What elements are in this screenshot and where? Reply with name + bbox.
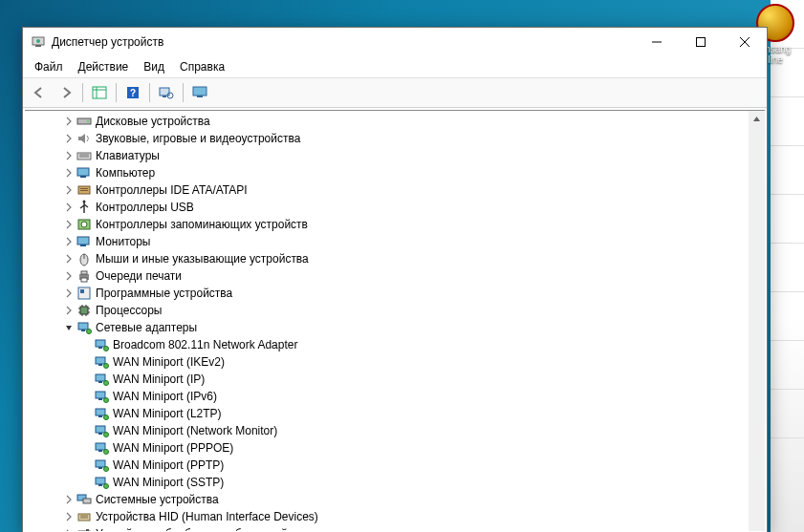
network-icon bbox=[94, 406, 109, 421]
tree-item[interactable]: WAN Miniport (Network Monitor) bbox=[25, 422, 765, 439]
tree-item-label: Мониторы bbox=[96, 235, 150, 248]
tree-item[interactable]: Очереди печати bbox=[25, 267, 765, 285]
tree-item[interactable]: WAN Miniport (IP) bbox=[25, 371, 765, 388]
expand-icon[interactable] bbox=[61, 117, 76, 126]
svg-rect-64 bbox=[98, 415, 102, 417]
tree-item[interactable]: Контроллеры IDE ATA/ATAPI bbox=[25, 181, 765, 199]
tree-item[interactable]: WAN Miniport (IKEv2) bbox=[25, 353, 765, 371]
monitor-button[interactable] bbox=[187, 80, 212, 105]
disk-icon bbox=[76, 114, 92, 129]
svg-rect-38 bbox=[80, 289, 84, 293]
svg-point-2 bbox=[36, 39, 40, 43]
tree-item[interactable]: Звуковые, игровые и видеоустройства bbox=[25, 130, 765, 147]
expand-icon[interactable] bbox=[61, 271, 76, 281]
menu-action[interactable]: Действие bbox=[71, 58, 137, 75]
tree-item-label: Дисковые устройства bbox=[96, 115, 210, 128]
expand-icon[interactable] bbox=[61, 495, 76, 504]
expand-icon[interactable] bbox=[61, 202, 76, 212]
svg-rect-39 bbox=[80, 307, 88, 314]
tree-item[interactable]: Контроллеры запоминающих устройств bbox=[25, 216, 765, 233]
network-icon bbox=[94, 440, 109, 456]
svg-rect-54 bbox=[96, 357, 105, 364]
expand-icon[interactable] bbox=[61, 168, 76, 178]
svg-rect-75 bbox=[96, 478, 105, 484]
svg-rect-70 bbox=[98, 450, 102, 452]
svg-rect-23 bbox=[80, 176, 86, 178]
svg-rect-7 bbox=[93, 87, 106, 98]
expand-icon[interactable] bbox=[61, 134, 76, 143]
sound-icon bbox=[76, 131, 92, 146]
tree-item[interactable]: WAN Miniport (L2TP) bbox=[25, 405, 765, 422]
menu-help[interactable]: Справка bbox=[172, 58, 232, 75]
system-icon bbox=[76, 492, 92, 507]
expand-icon[interactable] bbox=[61, 529, 76, 531]
collapse-icon[interactable] bbox=[61, 323, 76, 332]
network-icon bbox=[76, 320, 92, 335]
svg-rect-69 bbox=[96, 443, 105, 450]
tree-item[interactable]: Дисковые устройства bbox=[25, 113, 765, 130]
tree-item-label: Клавиатуры bbox=[96, 149, 160, 162]
maximize-button[interactable] bbox=[679, 28, 723, 56]
tree-item-label: Контроллеры USB bbox=[96, 201, 194, 214]
print-icon bbox=[76, 268, 92, 284]
mouse-icon bbox=[76, 251, 92, 266]
tree-item[interactable]: WAN Miniport (IPv6) bbox=[25, 388, 765, 405]
svg-point-27 bbox=[83, 201, 86, 203]
tree-item[interactable]: Устройства обработки изображений bbox=[25, 525, 765, 531]
computer-icon bbox=[76, 165, 92, 181]
close-button[interactable] bbox=[723, 28, 767, 56]
tree-item[interactable]: Сетевые адаптеры bbox=[25, 319, 765, 336]
hid-icon bbox=[76, 509, 92, 524]
minimize-button[interactable] bbox=[635, 28, 679, 56]
forward-button[interactable] bbox=[54, 80, 78, 105]
storage-icon bbox=[76, 217, 92, 232]
expand-icon[interactable] bbox=[61, 288, 76, 298]
scrollbar[interactable] bbox=[749, 111, 765, 531]
tree-item-label: WAN Miniport (Network Monitor) bbox=[113, 424, 277, 437]
expand-icon[interactable] bbox=[61, 237, 76, 246]
scroll-up-icon[interactable] bbox=[749, 111, 765, 127]
svg-point-77 bbox=[104, 484, 109, 489]
svg-rect-76 bbox=[98, 484, 102, 486]
scan-hardware-button[interactable] bbox=[154, 80, 179, 105]
svg-rect-26 bbox=[80, 190, 88, 191]
menu-file[interactable]: Файл bbox=[27, 58, 71, 75]
tree-item[interactable]: WAN Miniport (PPTP) bbox=[25, 457, 765, 474]
help-button[interactable]: ? bbox=[120, 80, 145, 105]
expand-icon[interactable] bbox=[61, 306, 76, 315]
tree-item[interactable]: WAN Miniport (SSTP) bbox=[25, 474, 765, 491]
tree-item[interactable]: WAN Miniport (PPPOE) bbox=[25, 439, 765, 457]
tree-item[interactable]: Программные устройства bbox=[25, 285, 765, 302]
tree-item-label: WAN Miniport (PPPOE) bbox=[113, 441, 233, 455]
tree-item[interactable]: Компьютер bbox=[25, 164, 765, 181]
expand-icon[interactable] bbox=[61, 254, 76, 264]
network-icon bbox=[94, 423, 109, 438]
back-button[interactable] bbox=[27, 80, 52, 105]
expand-icon[interactable] bbox=[61, 185, 76, 195]
network-icon bbox=[94, 458, 109, 473]
titlebar[interactable]: Диспетчер устройств bbox=[23, 28, 767, 56]
tree-item[interactable]: Процессоры bbox=[25, 302, 765, 319]
tree-item-label: WAN Miniport (IP) bbox=[113, 372, 205, 386]
svg-rect-31 bbox=[80, 245, 86, 246]
network-icon bbox=[94, 389, 109, 404]
tree-item[interactable]: Контроллеры USB bbox=[25, 199, 765, 216]
expand-icon[interactable] bbox=[61, 151, 76, 160]
tree-item[interactable]: Системные устройства bbox=[25, 491, 765, 508]
tree-item-label: Программные устройства bbox=[96, 287, 232, 300]
tree-item[interactable]: Мониторы bbox=[25, 233, 765, 250]
expand-icon[interactable] bbox=[61, 220, 76, 229]
show-hide-tree-button[interactable] bbox=[87, 80, 112, 105]
tree-item[interactable]: Мыши и иные указывающие устройства bbox=[25, 250, 765, 267]
tree-item[interactable]: Broadcom 802.11n Network Adapter bbox=[25, 336, 765, 353]
svg-rect-30 bbox=[77, 237, 89, 245]
menubar: Файл Действие Вид Справка bbox=[23, 56, 767, 78]
svg-rect-36 bbox=[81, 278, 87, 282]
device-tree[interactable]: Дисковые устройстваЗвуковые, игровые и в… bbox=[25, 111, 765, 531]
tree-item[interactable]: Устройства HID (Human Interface Devices) bbox=[25, 508, 765, 525]
tree-item-label: Broadcom 802.11n Network Adapter bbox=[113, 338, 297, 351]
tree-item-label: Сетевые адаптеры bbox=[96, 321, 197, 334]
expand-icon[interactable] bbox=[61, 512, 76, 521]
tree-item[interactable]: Клавиатуры bbox=[25, 147, 765, 164]
menu-view[interactable]: Вид bbox=[136, 58, 172, 75]
